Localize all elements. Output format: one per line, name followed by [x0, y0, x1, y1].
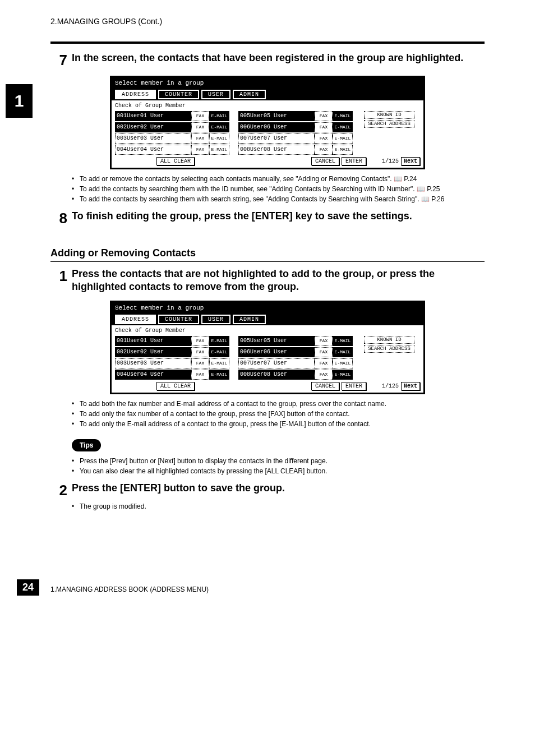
step-text: Press the [ENTER] button to save the gro…	[72, 482, 285, 499]
fax-button[interactable]: FAX	[315, 122, 333, 132]
contact-name[interactable]: 007User07 User	[238, 358, 315, 368]
tab-counter[interactable]: COUNTER	[158, 90, 199, 99]
enter-button[interactable]: ENTER	[342, 157, 366, 165]
contact-row: 003User03 UserFAXE-MAIL	[115, 133, 238, 144]
email-button[interactable]: E-MAIL	[333, 133, 353, 144]
fax-button[interactable]: FAX	[191, 133, 209, 144]
tab-user[interactable]: USER	[201, 90, 230, 99]
contact-name[interactable]: 002User02 User	[115, 122, 191, 132]
contact-row: 007User07 UserFAXE-MAIL	[238, 358, 362, 368]
screen-subhead: Check of Group Member	[112, 102, 423, 111]
screen-title: Select member in a group	[110, 301, 425, 315]
fax-button[interactable]: FAX	[315, 358, 333, 368]
next-button[interactable]: Next	[401, 157, 420, 165]
fax-button[interactable]: FAX	[315, 145, 333, 155]
known-id-button[interactable]: KNOWN ID	[364, 336, 414, 344]
fax-button[interactable]: FAX	[315, 111, 333, 121]
screen-title: Select member in a group	[110, 76, 425, 90]
contact-name[interactable]: 004User04 User	[115, 370, 191, 380]
email-button[interactable]: E-MAIL	[209, 358, 229, 368]
contact-name[interactable]: 006User06 User	[238, 122, 315, 132]
contact-name[interactable]: 006User06 User	[238, 347, 315, 357]
step-number: 8	[50, 210, 72, 227]
substep2-bullets: •The group is modified.	[72, 501, 485, 511]
tab-address[interactable]: ADDRESS	[115, 315, 156, 324]
contact-name[interactable]: 008User08 User	[238, 145, 315, 155]
contact-row: 006User06 UserFAXE-MAIL	[238, 122, 362, 132]
contact-row: 003User03 UserFAXE-MAIL	[115, 358, 238, 368]
fax-button[interactable]: FAX	[191, 347, 209, 357]
search-address-button[interactable]: SEARCH ADDRESS	[364, 345, 414, 353]
step-number: 2	[50, 482, 72, 499]
step-text: To finish editing the group, press the […	[72, 210, 412, 227]
email-button[interactable]: E-MAIL	[333, 370, 353, 380]
contact-name[interactable]: 001User01 User	[115, 111, 191, 121]
email-button[interactable]: E-MAIL	[333, 122, 353, 132]
cancel-button[interactable]: CANCEL	[311, 382, 339, 390]
step-text: Press the contacts that are not highligh…	[72, 268, 485, 294]
contacts-col-right: 005User05 UserFAXE-MAIL006User06 UserFAX…	[238, 336, 362, 381]
contact-row: 004User04 UserFAXE-MAIL	[115, 145, 238, 155]
search-address-button[interactable]: SEARCH ADDRESS	[364, 120, 414, 128]
fax-button[interactable]: FAX	[315, 370, 333, 380]
email-button[interactable]: E-MAIL	[333, 336, 353, 346]
contact-name[interactable]: 004User04 User	[115, 145, 191, 155]
email-button[interactable]: E-MAIL	[209, 145, 229, 155]
email-button[interactable]: E-MAIL	[333, 111, 353, 121]
email-button[interactable]: E-MAIL	[209, 336, 229, 346]
enter-button[interactable]: ENTER	[342, 382, 366, 390]
all-clear-button[interactable]: ALL CLEAR	[156, 157, 195, 165]
email-button[interactable]: E-MAIL	[209, 347, 229, 357]
fax-button[interactable]: FAX	[315, 133, 333, 144]
substep-2: 2 Press the [ENTER] button to save the g…	[50, 482, 485, 499]
all-clear-button[interactable]: ALL CLEAR	[156, 382, 195, 390]
tips-badge: Tips	[72, 439, 101, 451]
cancel-button[interactable]: CANCEL	[311, 157, 339, 165]
email-button[interactable]: E-MAIL	[333, 347, 353, 357]
page-footer: 24 1.MANAGING ADDRESS BOOK (ADDRESS MENU…	[50, 579, 485, 596]
contact-row: 004User04 UserFAXE-MAIL	[115, 370, 238, 380]
contact-row: 002User02 UserFAXE-MAIL	[115, 122, 238, 132]
contact-name[interactable]: 008User08 User	[238, 370, 315, 380]
fax-button[interactable]: FAX	[191, 111, 209, 121]
tab-address[interactable]: ADDRESS	[115, 90, 156, 99]
fax-button[interactable]: FAX	[191, 358, 209, 368]
fax-button[interactable]: FAX	[315, 336, 333, 346]
email-button[interactable]: E-MAIL	[209, 133, 229, 144]
tab-admin[interactable]: ADMIN	[233, 315, 266, 324]
fax-button[interactable]: FAX	[191, 336, 209, 346]
email-button[interactable]: E-MAIL	[209, 370, 229, 380]
breadcrumb: 2.MANAGING GROUPS (Cont.)	[50, 17, 485, 26]
fax-button[interactable]: FAX	[315, 347, 333, 357]
step-7: 7 In the screen, the contacts that have …	[50, 52, 485, 69]
tab-counter[interactable]: COUNTER	[158, 315, 199, 324]
email-button[interactable]: E-MAIL	[209, 111, 229, 121]
email-button[interactable]: E-MAIL	[333, 145, 353, 155]
step-8: 8 To finish editing the group, press the…	[50, 210, 485, 227]
tab-user[interactable]: USER	[201, 315, 230, 324]
contact-name[interactable]: 001User01 User	[115, 336, 191, 346]
fax-button[interactable]: FAX	[191, 145, 209, 155]
page-number: 24	[17, 579, 39, 596]
bullet-text: To add only the fax number of a contact …	[80, 409, 350, 419]
fax-button[interactable]: FAX	[191, 122, 209, 132]
contact-name[interactable]: 002User02 User	[115, 347, 191, 357]
contacts-col-left: 001User01 UserFAXE-MAIL002User02 UserFAX…	[115, 336, 238, 381]
contact-row: 006User06 UserFAXE-MAIL	[238, 347, 362, 357]
contact-name[interactable]: 005User05 User	[238, 111, 315, 121]
step7-bullets: •To add or remove the contacts by select…	[72, 174, 485, 204]
bullet-text: Press the [Prev] button or [Next] button…	[80, 456, 328, 466]
next-button[interactable]: Next	[401, 382, 420, 390]
email-button[interactable]: E-MAIL	[333, 358, 353, 368]
contact-name[interactable]: 007User07 User	[238, 133, 315, 144]
bullet-text: You can also clear the all highlighted c…	[80, 466, 327, 476]
contact-name[interactable]: 003User03 User	[115, 358, 191, 368]
divider	[50, 42, 485, 44]
contact-name[interactable]: 003User03 User	[115, 133, 191, 144]
email-button[interactable]: E-MAIL	[209, 122, 229, 132]
fax-button[interactable]: FAX	[191, 370, 209, 380]
bullet-text: To add the contacts by searching them wi…	[80, 194, 444, 204]
tab-admin[interactable]: ADMIN	[233, 90, 266, 99]
known-id-button[interactable]: KNOWN ID	[364, 111, 414, 119]
contact-name[interactable]: 005User05 User	[238, 336, 315, 346]
